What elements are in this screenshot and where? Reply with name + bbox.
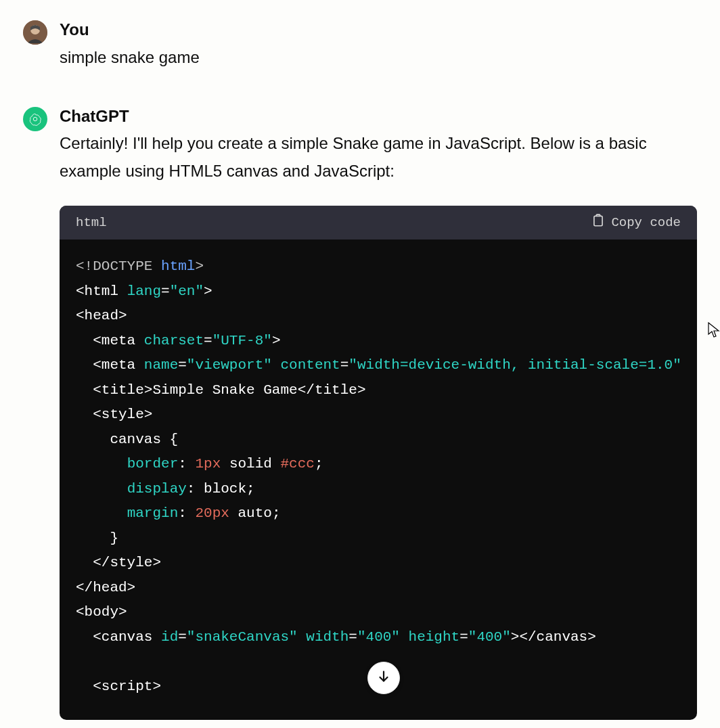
copy-code-label: Copy code (611, 215, 681, 230)
user-avatar (23, 20, 47, 45)
user-message: You simple snake game (23, 20, 697, 72)
copy-code-button[interactable]: Copy code (592, 214, 681, 231)
scroll-to-bottom-button[interactable] (367, 662, 400, 694)
svg-rect-3 (594, 216, 602, 225)
assistant-message-text: Certainly! I'll help you create a simple… (60, 130, 697, 185)
user-sender-label: You (60, 20, 697, 40)
arrow-down-icon (376, 669, 391, 687)
svg-point-2 (33, 117, 37, 121)
code-header: html Copy code (60, 206, 697, 240)
assistant-sender-label: ChatGPT (60, 107, 697, 127)
code-body[interactable]: <!DOCTYPE html> <html lang="en"> <head> … (60, 240, 697, 720)
user-message-text: simple snake game (60, 44, 697, 72)
assistant-avatar (23, 107, 47, 131)
code-language-label: html (76, 215, 107, 230)
assistant-message: ChatGPT Certainly! I'll help you create … (23, 107, 697, 720)
clipboard-icon (592, 214, 604, 231)
code-block: html Copy code <!DOCTYPE html> <html lan… (60, 206, 697, 720)
